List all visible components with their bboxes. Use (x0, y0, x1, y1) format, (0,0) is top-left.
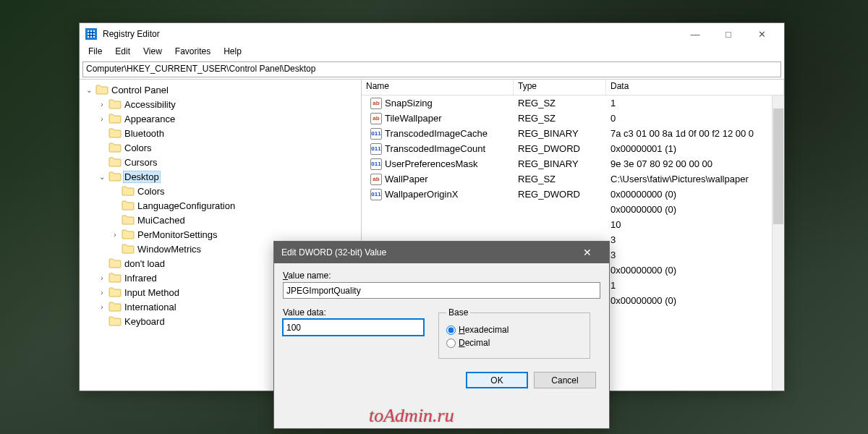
tree-item-label: MuiCached (136, 215, 187, 226)
minimize-button[interactable]: — (678, 23, 712, 45)
folder-icon (109, 273, 122, 283)
dialog-close-button[interactable]: ✕ (573, 242, 602, 263)
dialog-titlebar: Edit DWORD (32-bit) Value ✕ (274, 242, 609, 263)
value-data-input[interactable] (283, 319, 424, 336)
expander-icon[interactable]: › (97, 303, 107, 311)
tree-item-colors[interactable]: Colors (80, 184, 361, 198)
tree-item-label: Control Panel (110, 85, 170, 95)
value-data: 7a c3 01 00 8a 1d 0f 00 f2 12 00 0 (606, 128, 784, 139)
reg-string-icon: ab (370, 174, 382, 185)
tree-item-label: PerMonitorSettings (136, 229, 219, 240)
window-title: Registry Editor (103, 29, 160, 39)
decimal-radio[interactable]: Decimal (446, 338, 582, 348)
list-row[interactable]: 011TranscodedImageCacheREG_BINARY7a c3 0… (362, 126, 784, 141)
folder-icon (109, 258, 122, 268)
tree-item-label: WindowMetrics (136, 244, 203, 255)
folder-icon (109, 302, 122, 312)
tree-item-desktop[interactable]: ⌄Desktop (80, 169, 361, 184)
value-data: 0x00000000 (0) (606, 189, 784, 200)
address-bar[interactable]: Computer\HKEY_CURRENT_USER\Control Panel… (82, 61, 781, 77)
expander-icon[interactable]: › (97, 115, 107, 123)
folder-icon (122, 186, 135, 196)
menu-view[interactable]: View (137, 45, 168, 60)
column-data[interactable]: Data (606, 80, 784, 95)
expander-icon[interactable]: › (97, 274, 107, 282)
value-data: 0x00000000 (0) (606, 204, 784, 215)
list-row[interactable]: 011TranscodedImageCountREG_DWORD0x000000… (362, 141, 784, 156)
expander-icon[interactable]: › (110, 231, 120, 239)
value-type: REG_BINARY (514, 158, 606, 169)
hexadecimal-radio-input[interactable] (446, 326, 456, 335)
tree-item-label: Desktop (123, 171, 161, 183)
value-name: SnapSizing (385, 98, 433, 109)
ok-button[interactable]: OK (466, 372, 528, 388)
expander-icon[interactable]: › (97, 101, 107, 109)
value-type: REG_SZ (514, 174, 606, 184)
hexadecimal-radio[interactable]: Hexadecimal (446, 325, 582, 335)
tree-item-control-panel[interactable]: ⌄Control Panel (80, 82, 361, 97)
value-data: 0x00000001 (1) (606, 143, 784, 154)
column-name[interactable]: Name (362, 80, 514, 95)
value-data: 10 (606, 219, 784, 230)
tree-item-bluetooth[interactable]: Bluetooth (80, 126, 361, 140)
dialog-body: Value name: Value data: Base Hexadecimal… (274, 263, 609, 396)
tree-item-label: Appearance (123, 114, 176, 124)
menu-edit[interactable]: Edit (109, 45, 136, 60)
folder-icon (109, 128, 122, 138)
tree-item-label: International (123, 302, 178, 312)
tree-item-label: Colors (136, 186, 166, 197)
list-row[interactable]: abTileWallpaperREG_SZ0 (362, 111, 784, 126)
tree-item-permonitorsettings[interactable]: ›PerMonitorSettings (80, 227, 361, 242)
list-row[interactable]: 0x00000000 (0) (362, 202, 784, 217)
tree-item-languageconfiguration[interactable]: LanguageConfiguration (80, 198, 361, 213)
value-type: REG_SZ (514, 98, 606, 109)
expander-icon[interactable]: ⌄ (97, 173, 107, 181)
base-legend: Base (446, 307, 470, 318)
value-name-input[interactable] (283, 282, 600, 299)
list-row[interactable]: 10 (362, 217, 784, 232)
tree-item-colors[interactable]: Colors (80, 140, 361, 155)
folder-icon (109, 142, 122, 153)
expander-icon[interactable]: ⌄ (84, 86, 94, 94)
tree-item-label: Colors (123, 142, 153, 153)
decimal-radio-input[interactable] (446, 339, 456, 348)
tree-item-appearance[interactable]: ›Appearance (80, 111, 361, 126)
scrollbar-thumb[interactable] (773, 109, 783, 224)
tree-item-label: don't load (123, 258, 166, 269)
menu-favorites[interactable]: Favorites (169, 45, 216, 60)
value-name: WallpaperOriginX (385, 189, 458, 200)
list-row[interactable]: abWallPaperREG_SZC:\Users\fatiw\Pictures… (362, 171, 784, 187)
list-row[interactable]: 011WallpaperOriginXREG_DWORD0x00000000 (… (362, 187, 784, 202)
tree-item-label: LanguageConfiguration (136, 200, 237, 211)
folder-icon (95, 85, 109, 95)
list-row[interactable]: abSnapSizingREG_SZ1 (362, 95, 784, 111)
dialog-title: Edit DWORD (32-bit) Value (281, 247, 386, 258)
vertical-scrollbar[interactable] (772, 95, 784, 391)
tree-item-label: Infrared (123, 273, 158, 284)
maximize-button[interactable]: □ (712, 23, 745, 45)
tree-item-label: Bluetooth (123, 128, 166, 139)
cancel-button[interactable]: Cancel (534, 372, 596, 388)
value-data: 3 (606, 234, 784, 245)
tree-item-muicached[interactable]: MuiCached (80, 213, 361, 227)
folder-icon (122, 215, 135, 225)
value-data: C:\Users\fatiw\Pictures\wallpaper (606, 174, 784, 184)
titlebar: Registry Editor — □ ✕ (80, 23, 784, 45)
value-data-label: Value data: (283, 307, 424, 318)
value-data: 0 (606, 113, 784, 124)
menu-file[interactable]: File (82, 45, 108, 60)
close-button[interactable]: ✕ (745, 23, 778, 45)
folder-icon (122, 244, 135, 254)
menu-help[interactable]: Help (218, 45, 247, 60)
value-type: REG_SZ (514, 113, 606, 124)
list-row[interactable]: 011UserPreferencesMaskREG_BINARY9e 3e 07… (362, 156, 784, 171)
folder-icon (109, 114, 122, 124)
value-name: TileWallpaper (385, 113, 442, 124)
tree-item-cursors[interactable]: Cursors (80, 155, 361, 169)
value-data: 9e 3e 07 80 92 00 00 00 (606, 158, 784, 169)
tree-item-accessibility[interactable]: ›Accessibility (80, 97, 361, 111)
value-data: 1 (606, 98, 784, 109)
base-fieldset: Base Hexadecimal Decimal (438, 307, 590, 359)
expander-icon[interactable]: › (97, 289, 107, 297)
column-type[interactable]: Type (514, 80, 606, 95)
